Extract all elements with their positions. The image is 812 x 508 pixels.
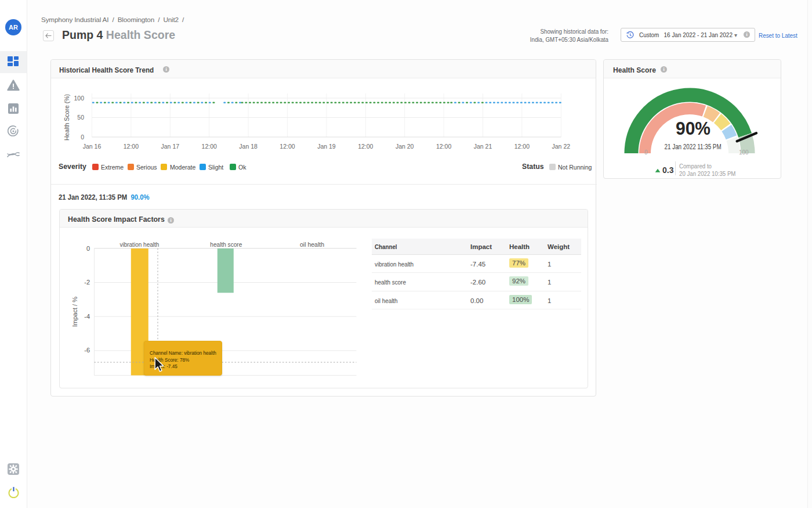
svg-text:50: 50 [77,114,84,121]
svg-text:-4: -4 [84,313,90,320]
svg-text:12:00: 12:00 [124,143,139,150]
svg-text:Health Score (%): Health Score (%) [63,94,70,140]
svg-text:Jan 22: Jan 22 [552,143,571,150]
svg-text:100: 100 [739,149,749,156]
svg-text:Impact / %: Impact / % [71,297,78,327]
svg-text:Jan 18: Jan 18 [239,143,258,150]
svg-text:-6: -6 [84,347,90,354]
svg-text:Jan 17: Jan 17 [161,143,180,150]
svg-text:12:00: 12:00 [280,143,295,150]
svg-text:Jan 21: Jan 21 [474,143,492,150]
svg-text:12:00: 12:00 [436,143,451,150]
svg-text:oil health: oil health [300,241,324,248]
svg-text:Jan 16: Jan 16 [83,143,102,150]
svg-text:Jan 20: Jan 20 [396,143,414,150]
svg-text:12:00: 12:00 [358,143,373,150]
svg-text:21 Jan 2022 11:35 PM: 21 Jan 2022 11:35 PM [665,143,722,151]
svg-text:12:00: 12:00 [202,143,217,150]
svg-text:12:00: 12:00 [514,143,530,150]
svg-text:Jan 19: Jan 19 [317,143,336,150]
svg-text:0: 0 [644,149,648,156]
svg-text:90%: 90% [676,118,710,139]
svg-text:100: 100 [74,95,84,102]
svg-text:-2: -2 [84,279,90,286]
svg-text:health score: health score [210,241,242,248]
svg-text:0: 0 [81,134,84,140]
svg-text:0: 0 [86,245,90,252]
svg-text:vibration health: vibration health [119,241,159,248]
